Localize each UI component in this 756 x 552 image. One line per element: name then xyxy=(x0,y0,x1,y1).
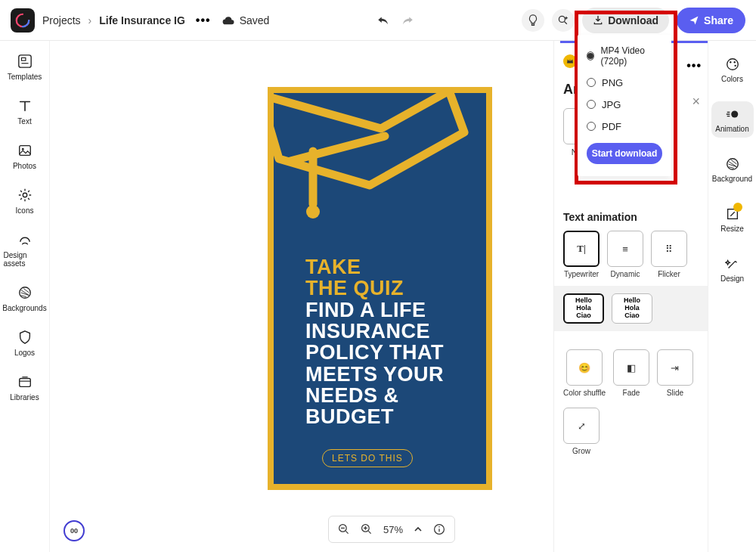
nav-photos[interactable]: Photos xyxy=(4,142,46,170)
breadcrumb-project[interactable]: Life Insurance IG xyxy=(99,14,185,26)
radio-icon xyxy=(587,122,596,131)
svg-point-5 xyxy=(23,193,26,197)
svg-rect-7 xyxy=(19,378,30,386)
top-bar: Projects › Life Insurance IG ••• Saved D… xyxy=(0,0,756,41)
svg-point-15 xyxy=(730,61,731,63)
resize-icon xyxy=(724,206,741,222)
undo-button[interactable] xyxy=(376,13,391,28)
anim-flicker[interactable]: ⠿Flicker xyxy=(651,231,687,278)
radio-icon xyxy=(587,78,596,87)
svg-rect-1 xyxy=(18,55,30,67)
saved-label: Saved xyxy=(240,14,270,26)
svg-point-8 xyxy=(306,205,320,219)
anim-lang-variant-a[interactable]: HelloHolaCiao xyxy=(563,293,604,324)
crown-icon xyxy=(563,54,577,68)
nav-icons[interactable]: Icons xyxy=(4,187,46,215)
nav-templates[interactable]: Templates xyxy=(4,53,46,81)
zoom-value: 57% xyxy=(383,524,403,535)
rnav-colors[interactable]: Colors xyxy=(711,51,754,88)
download-button[interactable]: Download xyxy=(582,8,669,33)
timeline-badge[interactable]: 00 xyxy=(64,520,85,541)
cta-button[interactable]: LETS DO THIS xyxy=(322,449,413,467)
anim-slide[interactable]: ⇥Slide xyxy=(657,349,693,397)
more-menu-button[interactable]: ••• xyxy=(193,14,214,27)
anim-lang-variant-b[interactable]: HelloHolaCiao xyxy=(612,293,652,324)
anim-fade[interactable]: ◧Fade xyxy=(613,349,649,397)
cloud-icon xyxy=(222,15,235,26)
motion-icon xyxy=(724,106,741,122)
share-button[interactable]: Share xyxy=(677,8,745,33)
palette-icon xyxy=(724,56,741,73)
anim-language-row: HelloHolaCiao HelloHolaCiao xyxy=(554,286,708,331)
rnav-resize[interactable]: Resize xyxy=(711,201,754,237)
wand-icon xyxy=(724,256,741,272)
search-sparkle-button[interactable] xyxy=(552,9,575,32)
anim-grow[interactable]: ⤢Grow xyxy=(563,408,600,455)
texture-icon xyxy=(17,284,33,301)
anim-dynamic[interactable]: ≡Dynamic xyxy=(607,231,643,278)
gear-icon xyxy=(17,187,33,203)
redo-button[interactable] xyxy=(400,13,415,28)
radio-selected-icon xyxy=(587,51,594,60)
zoom-menu-button[interactable] xyxy=(414,525,423,534)
left-nav: Templates Text Photos Icons Design asset… xyxy=(0,41,50,552)
svg-point-12 xyxy=(438,526,440,528)
heading-line1: TAKE xyxy=(305,256,464,278)
rnav-animation[interactable]: Animation xyxy=(711,101,754,138)
chevron-right-icon: › xyxy=(88,14,92,26)
shapes-icon xyxy=(17,231,33,248)
anim-typewriter[interactable]: T|Typewriter xyxy=(563,231,600,278)
zoom-out-button[interactable] xyxy=(338,523,350,535)
info-button[interactable] xyxy=(433,523,445,535)
svg-point-16 xyxy=(733,61,735,63)
download-option-jpg[interactable]: JPG xyxy=(587,99,662,110)
download-option-png[interactable]: PNG xyxy=(587,77,662,88)
top-right-actions: Download Share MP4 Video (720p) PNG JPG … xyxy=(522,8,745,33)
texture-icon xyxy=(724,156,741,172)
app-logo[interactable] xyxy=(11,8,35,33)
nav-logos[interactable]: Logos xyxy=(4,329,46,357)
premium-dot-icon xyxy=(733,203,742,212)
svg-point-18 xyxy=(731,110,738,117)
badge-icon xyxy=(17,329,33,346)
templates-icon xyxy=(17,53,33,70)
download-label: Download xyxy=(608,14,658,26)
panel-more-button[interactable]: ••• xyxy=(686,59,702,73)
svg-point-17 xyxy=(734,65,736,67)
text-animation-header: Text animation xyxy=(563,211,699,223)
svg-point-4 xyxy=(21,148,23,150)
breadcrumb: Projects › Life Insurance IG xyxy=(42,14,185,26)
nav-design-assets[interactable]: Design assets xyxy=(4,231,46,268)
svg-point-14 xyxy=(727,59,738,70)
start-download-button[interactable]: Start download xyxy=(587,143,662,164)
artboard[interactable]: TAKE THE QUIZ FIND A LIFE INSURANCE POLI… xyxy=(268,87,492,490)
download-icon xyxy=(593,15,603,26)
svg-point-0 xyxy=(559,16,565,22)
breadcrumb-root[interactable]: Projects xyxy=(42,14,81,26)
close-panel-button[interactable]: × xyxy=(692,94,700,110)
download-option-pdf[interactable]: PDF xyxy=(587,121,662,132)
nav-libraries[interactable]: Libraries xyxy=(4,374,46,402)
anim-color-shuffle[interactable]: 😊Color shuffle xyxy=(563,349,606,397)
radio-icon xyxy=(587,100,596,109)
nav-text[interactable]: Text xyxy=(4,98,46,126)
right-nav: Colors Animation Background Resize Desig… xyxy=(708,41,756,552)
download-popover: MP4 Video (720p) PNG JPG PDF Start downl… xyxy=(578,35,671,176)
zoom-in-button[interactable] xyxy=(361,523,373,535)
canvas-area[interactable]: TAKE THE QUIZ FIND A LIFE INSURANCE POLI… xyxy=(50,41,553,552)
share-label: Share xyxy=(704,14,733,26)
artboard-copy[interactable]: TAKE THE QUIZ FIND A LIFE INSURANCE POLI… xyxy=(305,256,464,428)
nav-backgrounds[interactable]: Backgrounds xyxy=(4,284,46,312)
download-option-mp4[interactable]: MP4 Video (720p) xyxy=(587,45,662,67)
text-icon xyxy=(17,98,33,114)
undo-redo-group xyxy=(376,13,415,28)
svg-rect-2 xyxy=(21,57,25,60)
rnav-design[interactable]: Design xyxy=(711,251,754,287)
photos-icon xyxy=(17,142,33,159)
tips-button[interactable] xyxy=(522,9,544,32)
graduation-cap-graphic xyxy=(268,87,472,231)
svg-rect-3 xyxy=(19,146,30,156)
rnav-background[interactable]: Background xyxy=(711,151,754,188)
zoom-bar: 57% xyxy=(328,516,455,543)
heading-line2: THE QUIZ xyxy=(305,278,464,299)
